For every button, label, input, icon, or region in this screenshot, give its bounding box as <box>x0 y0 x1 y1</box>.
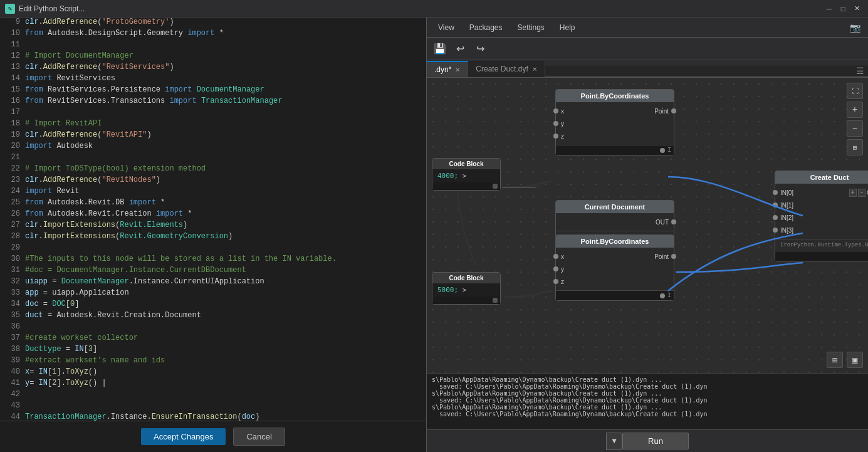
code-line: 23clr.AddReference("RevitNodes") <box>0 176 426 187</box>
code-line: 30#The inputs to this node will be store… <box>0 255 426 266</box>
node-point-by-coords-2[interactable]: Point.ByCoordinates x Point y z I <box>555 234 674 301</box>
code-line: 37#create workset collector <box>0 334 426 345</box>
node-point-by-coords-1[interactable]: Point.ByCoordinates x Point y z I <box>555 89 674 155</box>
accept-changes-button[interactable]: Accept Changes <box>141 428 226 445</box>
code-line: 22# Import ToDSType(bool) extension meth… <box>0 164 426 176</box>
close-button[interactable]: ✕ <box>850 3 863 14</box>
window-controls: ─ □ ✕ <box>823 3 863 14</box>
grid-button[interactable]: ⊞ <box>827 352 843 368</box>
node-create-duct[interactable]: Create Duct IN[0] + - OUT IN[1] <box>775 171 868 261</box>
dynamo-runbar: ▼ Run <box>427 429 868 452</box>
node-create-duct-subtitle: IronPython.Runtime.Types.Buil... <box>775 239 868 251</box>
code-line: 39#extract workset's name and ids <box>0 356 426 367</box>
run-button[interactable]: Run <box>622 433 689 449</box>
dynamo-tabs: .dyn* ✕ Create Duct.dyf ✕ ☰ <box>427 60 868 78</box>
tab-dyn-close[interactable]: ✕ <box>455 66 460 73</box>
node-create-duct-body: IN[0] + - OUT IN[1] IN[2] <box>775 184 868 239</box>
node-body: x Point y z <box>556 102 674 145</box>
title-bar-text: Edit Python Script... <box>19 4 819 13</box>
menu-view[interactable]: View <box>432 21 461 34</box>
app-icon: ✎ <box>5 4 15 14</box>
main-area: 9clr.AddReference('ProtoGeometry') 10fro… <box>0 18 868 452</box>
code-block-value-1: 4000; > <box>432 169 500 182</box>
code-line: 29 <box>0 243 426 255</box>
node-footer-2: I <box>556 290 674 300</box>
camera-button[interactable]: 📷 <box>847 19 863 36</box>
code-line: 40x= IN[1].ToXyz() <box>0 367 426 379</box>
menu-settings[interactable]: Settings <box>511 21 551 34</box>
dynamo-menu: View Packages Settings Help 📷 <box>427 18 868 38</box>
code-line: 34doc = DOC[0] <box>0 300 426 311</box>
dynamo-canvas[interactable]: Point.ByCoordinates x Point y z I <box>427 78 868 373</box>
log-line: saved: C:\Users\Pablo\AppData\Roaming\Dy… <box>432 397 863 404</box>
log-line: s\Pablo\AppData\Roaming\Dynamo\backup\Cr… <box>432 390 863 397</box>
run-controls: ▼ Run <box>606 433 689 450</box>
minimize-button[interactable]: ─ <box>823 3 835 14</box>
canvas-bottom-controls: ⊞ ▣ <box>827 352 863 368</box>
node-header-2: Point.ByCoordinates <box>556 235 674 248</box>
code-line: 17 <box>0 108 426 119</box>
code-line: 42 <box>0 390 426 401</box>
code-lines: 9clr.AddReference('ProtoGeometry') 10fro… <box>0 18 426 421</box>
node-create-duct-footer <box>775 251 868 261</box>
code-line: 21 <box>0 153 426 164</box>
node-code-block-header: Code Block <box>432 159 500 169</box>
code-line: 38Ducttype = IN[3] <box>0 345 426 356</box>
cancel-button[interactable]: Cancel <box>233 428 285 446</box>
node-collapse <box>493 184 498 189</box>
node-collapse-2 <box>493 298 498 303</box>
dynamo-panel: View Packages Settings Help 📷 💾 ↩ ↪ .dyn… <box>426 18 868 452</box>
code-line: 19clr.AddReference("RevitAPI") <box>0 130 426 142</box>
fit-view-button[interactable]: ⛶ <box>847 83 863 99</box>
log-line: s\Pablo\AppData\Roaming\Dynamo\backup\Cr… <box>432 376 863 383</box>
log-line: saved: C:\Users\Pablo\AppData\Roaming\Dy… <box>432 383 863 390</box>
log-line: s\Pablo\AppData\Roaming\Dynamo\backup\Cr… <box>432 404 863 411</box>
menu-packages[interactable]: Packages <box>463 21 509 34</box>
node-current-doc-header: Current Document <box>556 201 674 213</box>
tab-dyn[interactable]: .dyn* ✕ <box>427 61 468 77</box>
zoom-fit-button[interactable]: ⊞ <box>847 139 863 155</box>
code-line: 10from Autodesk.DesignScript.Geometry im… <box>0 29 426 40</box>
tab-create-duct-label: Create Duct.dyf <box>476 65 528 73</box>
menu-help[interactable]: Help <box>553 21 582 34</box>
tab-create-duct-close[interactable]: ✕ <box>532 66 537 73</box>
tab-create-duct[interactable]: Create Duct.dyf ✕ <box>468 61 545 77</box>
code-line: 26from Autodesk.Revit.Creation import * <box>0 209 426 221</box>
tabs-menu-icon[interactable]: ☰ <box>856 66 864 76</box>
code-line: 43 <box>0 401 426 413</box>
code-line: 9clr.AddReference('ProtoGeometry') <box>0 18 426 29</box>
undo-button[interactable]: ↩ <box>452 41 468 57</box>
dynamo-log: s\Pablo\AppData\Roaming\Dynamo\backup\Cr… <box>427 373 868 429</box>
code-line: 41y= IN[2].ToXyz() | <box>0 379 426 390</box>
node-code-block-1[interactable]: Code Block 4000; > <box>432 158 501 191</box>
node-code-block-2-header: Code Block <box>432 273 500 283</box>
save-button[interactable]: 💾 <box>432 41 448 57</box>
redo-button[interactable]: ↪ <box>472 41 488 57</box>
maximize-button[interactable]: □ <box>837 3 849 14</box>
code-line: 11 <box>0 40 426 51</box>
editor-footer: Accept Changes Cancel <box>0 421 426 452</box>
zoom-out-button[interactable]: − <box>847 120 863 137</box>
node-status <box>660 148 665 153</box>
code-line: 15from RevitServices.Persistence import … <box>0 85 426 97</box>
code-line: 18# Import RevitAPI <box>0 119 426 130</box>
code-line: 14import RevitServices <box>0 74 426 85</box>
canvas-controls: ⛶ + − ⊞ <box>847 83 863 155</box>
code-line: 28clr.ImportExtensions(Revit.GeometryCon… <box>0 232 426 243</box>
code-line: 35duct = Autodesk.Revit.Creation.Documen… <box>0 311 426 322</box>
node-status-2 <box>660 293 665 298</box>
node-body-2: x Point y z <box>556 248 674 290</box>
zoom-in-button[interactable]: + <box>847 102 863 118</box>
node-header: Point.ByCoordinates <box>556 90 674 102</box>
code-line: 33app = uiapp.Application <box>0 288 426 300</box>
code-line: 27clr.ImportExtensions(Revit.Elements) <box>0 221 426 232</box>
run-dropdown-arrow[interactable]: ▼ <box>606 433 622 450</box>
node-code-block-2[interactable]: Code Block 5000; > <box>432 272 501 305</box>
code-line: 25from Autodesk.Revit.DB import * <box>0 198 426 209</box>
code-line: 24import Revit <box>0 187 426 198</box>
title-bar: ✎ Edit Python Script... ─ □ ✕ <box>0 0 868 18</box>
code-line: 36 <box>0 322 426 334</box>
code-scroll-area[interactable]: 9clr.AddReference('ProtoGeometry') 10fro… <box>0 18 426 421</box>
layout-button[interactable]: ▣ <box>847 352 863 368</box>
code-line: 44TransactionManager.Instance.EnsureInTr… <box>0 413 426 421</box>
